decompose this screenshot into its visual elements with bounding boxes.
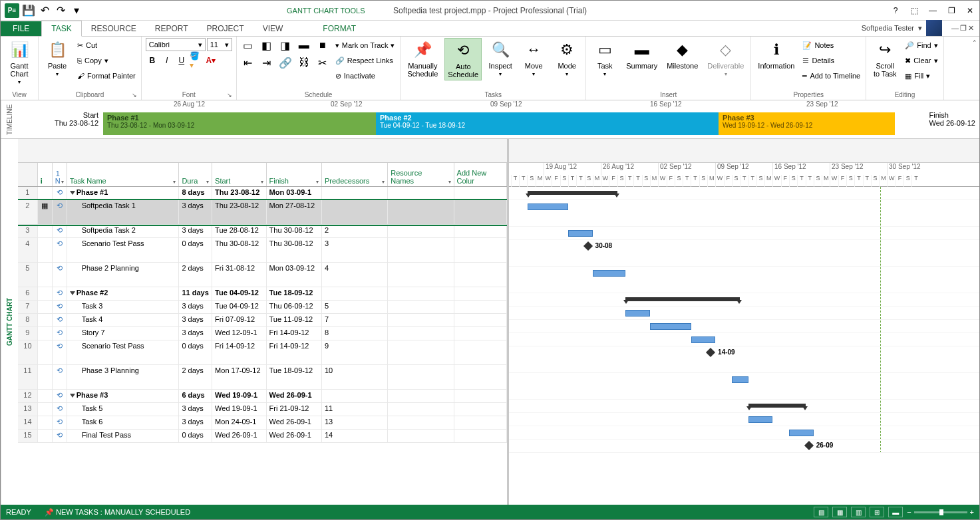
- undo-icon[interactable]: ↶: [38, 4, 51, 17]
- header-start[interactable]: Start▾: [212, 163, 266, 186]
- minimize-button[interactable]: —: [923, 4, 942, 17]
- zoom-in-icon[interactable]: +: [970, 508, 974, 516]
- view-team-button[interactable]: ▥: [851, 507, 866, 517]
- timeline-phase-3[interactable]: Phase #3Wed 19-09-12 - Wed 26-09-12: [719, 112, 895, 135]
- doc-restore-icon[interactable]: ❐: [960, 24, 967, 33]
- font-size-selector[interactable]: 11▾: [207, 38, 232, 51]
- clipboard-launcher-icon[interactable]: ↘: [132, 92, 137, 98]
- information-button[interactable]: ℹInformation: [755, 38, 797, 71]
- header-resource[interactable]: Resource Names▾: [388, 163, 454, 186]
- split-button[interactable]: ✂: [315, 55, 330, 70]
- view-sheet-button[interactable]: ⊞: [870, 507, 884, 517]
- clear-button[interactable]: ✖Clear▾: [903, 53, 939, 68]
- doc-minimize-icon[interactable]: —: [951, 24, 959, 33]
- header-rownum[interactable]: [18, 163, 38, 186]
- summary-button[interactable]: ▬Summary: [623, 38, 660, 71]
- italic-button[interactable]: I: [160, 54, 174, 67]
- cut-button[interactable]: ✂Cut: [76, 38, 137, 53]
- gantt-summary-bar[interactable]: [625, 297, 740, 301]
- inactivate-button[interactable]: ⊘Inactivate: [334, 68, 397, 83]
- notes-button[interactable]: 📝Notes: [801, 38, 862, 53]
- table-row[interactable]: 5 ⟲ Phase 2 Planning 2 days Fri 31-08-12…: [18, 263, 507, 287]
- table-row[interactable]: 4 ⟲ Scenario Test Pass 0 days Thu 30-08-…: [18, 238, 507, 263]
- fill-button[interactable]: ▦Fill▾: [903, 68, 939, 83]
- outdent-button[interactable]: ⇤: [241, 55, 255, 70]
- bold-button[interactable]: B: [146, 54, 159, 67]
- timeline-phase-1[interactable]: Phase #1Thu 23-08-12 - Mon 03-09-12: [103, 112, 376, 135]
- table-row[interactable]: 10 ⟲ Scenario Test Pass 0 days Fri 14-09…: [18, 340, 507, 365]
- table-row[interactable]: 8 ⟲ Task 4 3 days Fri 07-09-12 Tue 11-09…: [18, 314, 507, 327]
- header-add-column[interactable]: Add New Colur: [454, 163, 507, 186]
- table-row[interactable]: 11 ⟲ Phase 3 Planning 2 days Mon 17-09-1…: [18, 365, 507, 390]
- scroll-to-task-button[interactable]: ↪Scroll to Task: [870, 38, 899, 79]
- gantt-chart-button[interactable]: 📊 Gantt Chart▾: [5, 38, 34, 86]
- view-gantt-button[interactable]: ▤: [814, 507, 828, 517]
- timeline-body[interactable]: 26 Aug '12 02 Sep '12 09 Sep '12 16 Sep …: [18, 100, 979, 138]
- gantt-task-bar[interactable]: [691, 336, 716, 343]
- find-button[interactable]: 🔎Find▾: [903, 38, 939, 53]
- gantt-task-bar[interactable]: [789, 430, 814, 436]
- qat-customize-icon[interactable]: ▾: [70, 4, 83, 17]
- table-row[interactable]: 1 ⟲ Phase #1 8 days Thu 23-08-12 Mon 03-…: [18, 187, 507, 200]
- table-row[interactable]: 7 ⟲ Task 3 3 days Tue 04-09-12 Thu 06-09…: [18, 301, 507, 314]
- table-row[interactable]: 9 ⟲ Story 7 3 days Wed 12-09-1 Fri 14-09…: [18, 327, 507, 340]
- table-row[interactable]: 14 ⟲ Task 6 3 days Mon 24-09-1 Wed 26-09…: [18, 416, 507, 430]
- copy-button[interactable]: ⎘Copy▾: [76, 53, 137, 68]
- header-predecessors[interactable]: Predecessors▾: [322, 163, 388, 186]
- gantt-task-bar[interactable]: [568, 230, 593, 237]
- table-row[interactable]: 12 ⟲ Phase #3 6 days Wed 19-09-1 Wed 26-…: [18, 390, 507, 403]
- status-new-tasks[interactable]: 📌 NEW TASKS : MANUALLY SCHEDULED: [45, 508, 190, 517]
- inspect-button[interactable]: 🔍 Inspect▾: [486, 38, 515, 78]
- mark-on-track-button[interactable]: ▾Mark on Track▾: [334, 38, 397, 53]
- pct-100-button[interactable]: ■: [315, 38, 330, 53]
- pct-50-button[interactable]: ◨: [278, 38, 293, 53]
- paste-button[interactable]: 📋 Paste▾: [43, 38, 72, 78]
- gantt-task-bar[interactable]: [650, 323, 691, 330]
- tab-report[interactable]: REPORT: [146, 21, 198, 36]
- table-row[interactable]: 15 ⟲ Final Test Pass 0 days Wed 26-09-1 …: [18, 430, 507, 443]
- zoom-slider[interactable]: − +: [907, 508, 974, 516]
- underline-button[interactable]: U: [175, 54, 188, 67]
- add-timeline-button[interactable]: ━Add to Timeline: [801, 68, 862, 83]
- gantt-task-bar[interactable]: [528, 203, 569, 210]
- gantt-task-bar[interactable]: [593, 270, 625, 277]
- header-duration[interactable]: Dura▾: [179, 163, 212, 186]
- auto-schedule-button[interactable]: ⟲ Auto Schedule: [444, 38, 482, 80]
- pct-0-button[interactable]: ▭: [241, 38, 255, 53]
- user-dropdown-icon[interactable]: ▾: [918, 24, 922, 33]
- timeline-phase-2[interactable]: Phase #2Tue 04-09-12 - Tue 18-09-12: [376, 112, 719, 135]
- gantt-milestone[interactable]: [706, 348, 715, 357]
- gantt-task-bar[interactable]: [732, 376, 748, 383]
- details-button[interactable]: ☰Details: [801, 53, 862, 68]
- mode-button[interactable]: ⚙ Mode▾: [552, 38, 581, 78]
- doc-close-icon[interactable]: ✕: [968, 24, 974, 33]
- redo-icon[interactable]: ↷: [54, 4, 67, 17]
- format-painter-button[interactable]: 🖌Format Painter: [76, 68, 137, 83]
- pct-75-button[interactable]: ▬: [297, 38, 311, 53]
- collapse-ribbon-icon[interactable]: ˄: [970, 37, 979, 100]
- table-row[interactable]: 13 ⟲ Task 5 3 days Wed 19-09-1 Fri 21-09…: [18, 403, 507, 416]
- tab-project[interactable]: PROJECT: [198, 21, 253, 36]
- zoom-out-icon[interactable]: −: [907, 508, 911, 516]
- tab-resource[interactable]: RESOURCE: [82, 21, 146, 36]
- gantt-milestone[interactable]: [804, 441, 814, 450]
- link-button[interactable]: 🔗: [278, 55, 293, 70]
- tab-format[interactable]: FORMAT: [313, 21, 365, 36]
- gantt-summary-bar[interactable]: [748, 404, 806, 408]
- deliverable-button[interactable]: ◇Deliverable▾: [705, 38, 746, 78]
- user-name[interactable]: Softpedia Tester: [862, 24, 914, 32]
- gantt-milestone[interactable]: [583, 241, 593, 251]
- header-task-name[interactable]: Task Name▾: [67, 163, 180, 186]
- help-icon[interactable]: ?: [886, 4, 905, 17]
- font-name-selector[interactable]: Calibri▾: [146, 38, 206, 51]
- view-report-button[interactable]: ▬: [888, 507, 903, 517]
- font-color-button[interactable]: A▾: [204, 54, 218, 67]
- indent-button[interactable]: ⇥: [259, 55, 274, 70]
- header-finish[interactable]: Finish▾: [267, 163, 322, 186]
- save-icon[interactable]: 💾: [22, 4, 35, 17]
- table-row[interactable]: 2 ▦ ⟲ Softpedia Task 1 3 days Thu 23-08-…: [18, 200, 507, 225]
- gantt-task-bar[interactable]: [625, 310, 650, 317]
- milestone-button[interactable]: ◆Milestone: [664, 38, 701, 71]
- tab-view[interactable]: VIEW: [253, 21, 293, 36]
- font-launcher-icon[interactable]: ↘: [227, 92, 232, 98]
